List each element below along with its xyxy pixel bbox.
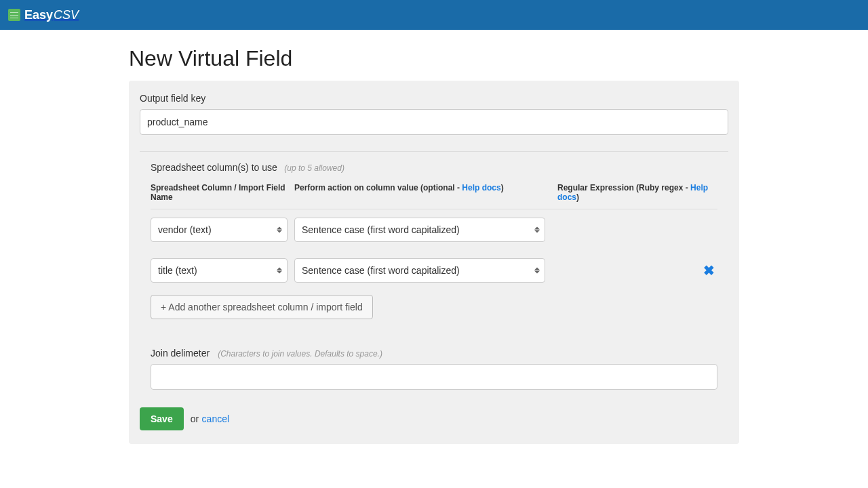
spreadsheet-column-select[interactable]: vendor (text) xyxy=(151,218,288,242)
column-row: vendor (text) Sentence case (first word … xyxy=(151,209,717,250)
action-select-wrap: Sentence case (first word capitalized) xyxy=(294,258,545,283)
header-regex-prefix: Regular Expression (Ruby regex - xyxy=(557,183,690,192)
output-field-key-label: Output field key xyxy=(140,93,728,104)
row-actions: ✖ xyxy=(552,264,717,277)
form-panel: Output field key Spreadsheet column(s) t… xyxy=(129,81,739,444)
column-select-wrap: title (text) xyxy=(151,258,288,283)
columns-table-header: Spreadsheet Column / Import Field Name P… xyxy=(151,174,717,209)
delimeter-label-row: Join delimeter (Characters to join value… xyxy=(151,348,717,359)
brand-text-bold: Easy xyxy=(24,8,53,22)
brand-text-italic: CSV xyxy=(54,8,79,22)
spreadsheet-icon xyxy=(8,9,20,21)
action-select[interactable]: Sentence case (first word capitalized) xyxy=(294,258,545,283)
save-button[interactable]: Save xyxy=(140,407,184,430)
delimeter-label: Join delimeter xyxy=(151,348,210,359)
add-column-button[interactable]: + Add another spreadsheet column / impor… xyxy=(151,295,373,319)
header-column-name: Spreadsheet Column / Import Field Name xyxy=(151,183,294,202)
or-text: or xyxy=(191,413,199,424)
remove-row-icon[interactable]: ✖ xyxy=(703,264,715,277)
page-title: New Virtual Field xyxy=(129,46,739,71)
cancel-link[interactable]: cancel xyxy=(202,413,229,424)
or-cancel-text: or cancel xyxy=(191,413,229,425)
columns-heading-row: Spreadsheet column(s) to use (up to 5 al… xyxy=(151,161,717,174)
columns-section: Spreadsheet column(s) to use (up to 5 al… xyxy=(140,152,728,390)
columns-heading: Spreadsheet column(s) to use xyxy=(151,162,277,173)
header-action-prefix: Perform action on column value (optional… xyxy=(294,183,462,192)
action-select[interactable]: Sentence case (first word capitalized) xyxy=(294,218,545,242)
delimeter-hint: (Characters to join values. Defaults to … xyxy=(218,349,382,359)
navbar: EasyCSV xyxy=(0,0,868,30)
header-action: Perform action on column value (optional… xyxy=(294,183,552,202)
spreadsheet-column-select[interactable]: title (text) xyxy=(151,258,288,283)
columns-hint: (up to 5 allowed) xyxy=(284,163,344,173)
output-field-key-input[interactable] xyxy=(140,109,728,135)
main-container: New Virtual Field Output field key Sprea… xyxy=(129,30,739,471)
delimeter-input[interactable] xyxy=(151,364,717,390)
delimeter-section: Join delimeter (Characters to join value… xyxy=(151,348,717,390)
footer-actions: Save or cancel xyxy=(140,407,728,430)
brand-link[interactable]: EasyCSV xyxy=(8,8,79,22)
action-help-docs-link[interactable]: Help docs xyxy=(462,183,500,192)
brand-text: EasyCSV xyxy=(24,8,79,22)
header-regex-suffix: ) xyxy=(576,192,579,202)
column-row: title (text) Sentence case (first word c… xyxy=(151,250,717,291)
action-select-wrap: Sentence case (first word capitalized) xyxy=(294,218,545,242)
column-select-wrap: vendor (text) xyxy=(151,218,288,242)
header-action-suffix: ) xyxy=(501,183,504,192)
header-regex: Regular Expression (Ruby regex - Help do… xyxy=(552,183,717,202)
